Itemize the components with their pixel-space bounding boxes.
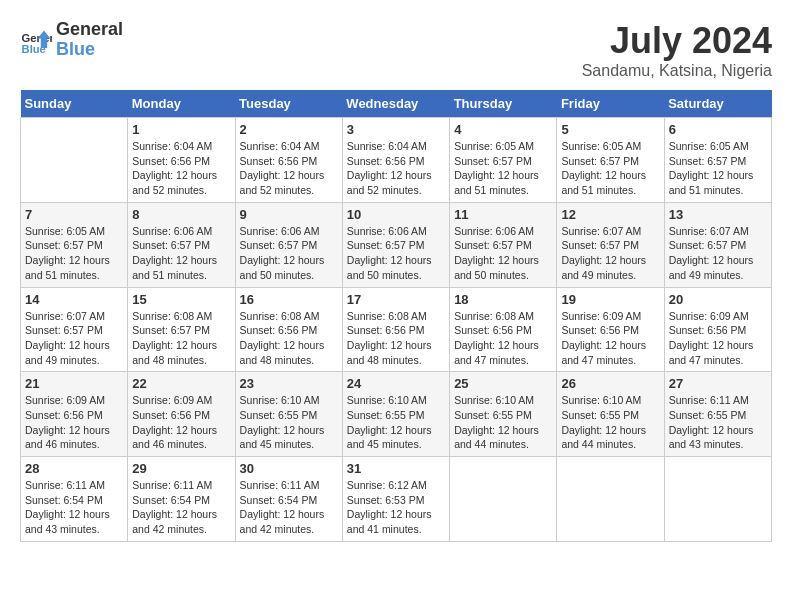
calendar-cell: 3Sunrise: 6:04 AMSunset: 6:56 PMDaylight… (342, 118, 449, 203)
day-info: Sunrise: 6:10 AMSunset: 6:55 PMDaylight:… (454, 393, 552, 452)
day-info: Sunrise: 6:06 AMSunset: 6:57 PMDaylight:… (240, 224, 338, 283)
day-info: Sunrise: 6:10 AMSunset: 6:55 PMDaylight:… (347, 393, 445, 452)
calendar-cell: 6Sunrise: 6:05 AMSunset: 6:57 PMDaylight… (664, 118, 771, 203)
calendar-cell: 5Sunrise: 6:05 AMSunset: 6:57 PMDaylight… (557, 118, 664, 203)
calendar-cell: 28Sunrise: 6:11 AMSunset: 6:54 PMDayligh… (21, 457, 128, 542)
day-number: 17 (347, 292, 445, 307)
calendar-week-row: 7Sunrise: 6:05 AMSunset: 6:57 PMDaylight… (21, 202, 772, 287)
day-number: 7 (25, 207, 123, 222)
logo-text: General Blue (56, 20, 123, 60)
day-info: Sunrise: 6:11 AMSunset: 6:55 PMDaylight:… (669, 393, 767, 452)
day-number: 16 (240, 292, 338, 307)
day-number: 21 (25, 376, 123, 391)
calendar-week-row: 1Sunrise: 6:04 AMSunset: 6:56 PMDaylight… (21, 118, 772, 203)
day-info: Sunrise: 6:08 AMSunset: 6:57 PMDaylight:… (132, 309, 230, 368)
day-number: 6 (669, 122, 767, 137)
day-number: 22 (132, 376, 230, 391)
day-info: Sunrise: 6:05 AMSunset: 6:57 PMDaylight:… (25, 224, 123, 283)
calendar-cell: 13Sunrise: 6:07 AMSunset: 6:57 PMDayligh… (664, 202, 771, 287)
calendar-cell: 31Sunrise: 6:12 AMSunset: 6:53 PMDayligh… (342, 457, 449, 542)
day-info: Sunrise: 6:07 AMSunset: 6:57 PMDaylight:… (561, 224, 659, 283)
logo-icon: General Blue (20, 24, 52, 56)
day-number: 9 (240, 207, 338, 222)
day-number: 18 (454, 292, 552, 307)
page-header: General Blue General Blue July 2024 Sand… (20, 20, 772, 80)
calendar-cell: 14Sunrise: 6:07 AMSunset: 6:57 PMDayligh… (21, 287, 128, 372)
day-info: Sunrise: 6:09 AMSunset: 6:56 PMDaylight:… (132, 393, 230, 452)
calendar-cell: 7Sunrise: 6:05 AMSunset: 6:57 PMDaylight… (21, 202, 128, 287)
day-of-week-header: Friday (557, 90, 664, 118)
day-info: Sunrise: 6:08 AMSunset: 6:56 PMDaylight:… (454, 309, 552, 368)
title-block: July 2024 Sandamu, Katsina, Nigeria (582, 20, 772, 80)
calendar-cell: 27Sunrise: 6:11 AMSunset: 6:55 PMDayligh… (664, 372, 771, 457)
day-info: Sunrise: 6:11 AMSunset: 6:54 PMDaylight:… (132, 478, 230, 537)
day-number: 26 (561, 376, 659, 391)
day-info: Sunrise: 6:07 AMSunset: 6:57 PMDaylight:… (25, 309, 123, 368)
day-number: 8 (132, 207, 230, 222)
day-info: Sunrise: 6:09 AMSunset: 6:56 PMDaylight:… (561, 309, 659, 368)
day-info: Sunrise: 6:05 AMSunset: 6:57 PMDaylight:… (454, 139, 552, 198)
day-of-week-header: Saturday (664, 90, 771, 118)
day-info: Sunrise: 6:04 AMSunset: 6:56 PMDaylight:… (347, 139, 445, 198)
calendar-week-row: 21Sunrise: 6:09 AMSunset: 6:56 PMDayligh… (21, 372, 772, 457)
day-number: 28 (25, 461, 123, 476)
day-info: Sunrise: 6:05 AMSunset: 6:57 PMDaylight:… (669, 139, 767, 198)
day-info: Sunrise: 6:10 AMSunset: 6:55 PMDaylight:… (561, 393, 659, 452)
calendar-cell: 2Sunrise: 6:04 AMSunset: 6:56 PMDaylight… (235, 118, 342, 203)
location: Sandamu, Katsina, Nigeria (582, 62, 772, 80)
calendar-cell (450, 457, 557, 542)
day-number: 4 (454, 122, 552, 137)
calendar-week-row: 14Sunrise: 6:07 AMSunset: 6:57 PMDayligh… (21, 287, 772, 372)
day-number: 25 (454, 376, 552, 391)
calendar-cell: 15Sunrise: 6:08 AMSunset: 6:57 PMDayligh… (128, 287, 235, 372)
day-number: 11 (454, 207, 552, 222)
day-number: 31 (347, 461, 445, 476)
day-number: 13 (669, 207, 767, 222)
calendar-cell: 1Sunrise: 6:04 AMSunset: 6:56 PMDaylight… (128, 118, 235, 203)
calendar-cell: 11Sunrise: 6:06 AMSunset: 6:57 PMDayligh… (450, 202, 557, 287)
calendar-cell: 30Sunrise: 6:11 AMSunset: 6:54 PMDayligh… (235, 457, 342, 542)
day-of-week-header: Thursday (450, 90, 557, 118)
calendar-cell: 29Sunrise: 6:11 AMSunset: 6:54 PMDayligh… (128, 457, 235, 542)
day-info: Sunrise: 6:07 AMSunset: 6:57 PMDaylight:… (669, 224, 767, 283)
day-info: Sunrise: 6:06 AMSunset: 6:57 PMDaylight:… (132, 224, 230, 283)
day-number: 2 (240, 122, 338, 137)
day-info: Sunrise: 6:08 AMSunset: 6:56 PMDaylight:… (347, 309, 445, 368)
day-info: Sunrise: 6:06 AMSunset: 6:57 PMDaylight:… (347, 224, 445, 283)
day-info: Sunrise: 6:11 AMSunset: 6:54 PMDaylight:… (25, 478, 123, 537)
day-info: Sunrise: 6:04 AMSunset: 6:56 PMDaylight:… (240, 139, 338, 198)
day-of-week-header: Tuesday (235, 90, 342, 118)
day-info: Sunrise: 6:05 AMSunset: 6:57 PMDaylight:… (561, 139, 659, 198)
day-info: Sunrise: 6:04 AMSunset: 6:56 PMDaylight:… (132, 139, 230, 198)
day-number: 1 (132, 122, 230, 137)
day-number: 23 (240, 376, 338, 391)
day-number: 3 (347, 122, 445, 137)
calendar-cell: 16Sunrise: 6:08 AMSunset: 6:56 PMDayligh… (235, 287, 342, 372)
day-info: Sunrise: 6:12 AMSunset: 6:53 PMDaylight:… (347, 478, 445, 537)
day-info: Sunrise: 6:10 AMSunset: 6:55 PMDaylight:… (240, 393, 338, 452)
day-number: 5 (561, 122, 659, 137)
day-number: 12 (561, 207, 659, 222)
day-number: 24 (347, 376, 445, 391)
calendar-cell: 8Sunrise: 6:06 AMSunset: 6:57 PMDaylight… (128, 202, 235, 287)
calendar-cell: 10Sunrise: 6:06 AMSunset: 6:57 PMDayligh… (342, 202, 449, 287)
day-info: Sunrise: 6:08 AMSunset: 6:56 PMDaylight:… (240, 309, 338, 368)
day-number: 29 (132, 461, 230, 476)
day-number: 27 (669, 376, 767, 391)
calendar-cell: 19Sunrise: 6:09 AMSunset: 6:56 PMDayligh… (557, 287, 664, 372)
calendar-cell: 24Sunrise: 6:10 AMSunset: 6:55 PMDayligh… (342, 372, 449, 457)
calendar-cell (664, 457, 771, 542)
calendar-cell: 22Sunrise: 6:09 AMSunset: 6:56 PMDayligh… (128, 372, 235, 457)
day-number: 14 (25, 292, 123, 307)
calendar-cell: 12Sunrise: 6:07 AMSunset: 6:57 PMDayligh… (557, 202, 664, 287)
calendar-cell: 26Sunrise: 6:10 AMSunset: 6:55 PMDayligh… (557, 372, 664, 457)
day-info: Sunrise: 6:09 AMSunset: 6:56 PMDaylight:… (25, 393, 123, 452)
day-number: 10 (347, 207, 445, 222)
calendar-cell: 23Sunrise: 6:10 AMSunset: 6:55 PMDayligh… (235, 372, 342, 457)
calendar-cell: 20Sunrise: 6:09 AMSunset: 6:56 PMDayligh… (664, 287, 771, 372)
calendar-cell: 25Sunrise: 6:10 AMSunset: 6:55 PMDayligh… (450, 372, 557, 457)
day-of-week-header: Monday (128, 90, 235, 118)
day-info: Sunrise: 6:06 AMSunset: 6:57 PMDaylight:… (454, 224, 552, 283)
logo: General Blue General Blue (20, 20, 123, 60)
day-number: 30 (240, 461, 338, 476)
